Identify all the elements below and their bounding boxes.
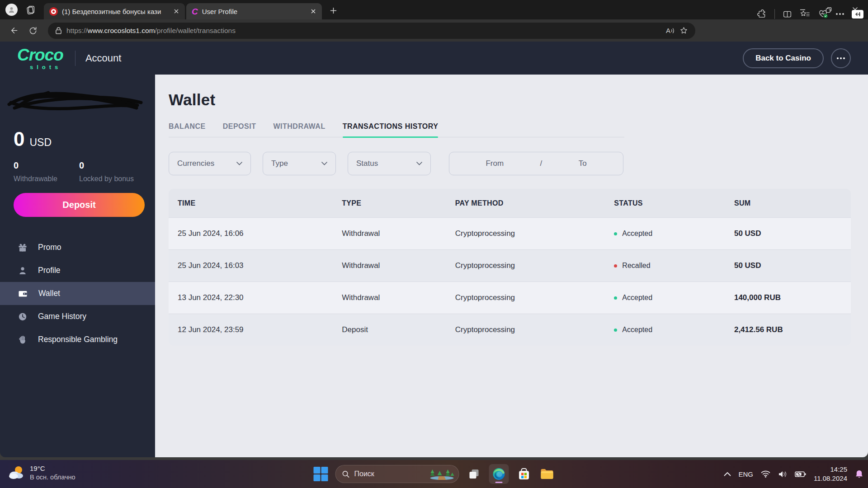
date-range-input[interactable]: From / To [449,152,623,175]
reload-button[interactable] [25,23,41,38]
hidden-icons-chevron[interactable] [724,472,731,476]
balance-amount: 0 [14,128,24,150]
tab-balance[interactable]: BALANCE [169,122,206,137]
edge-browser-button[interactable] [489,464,509,484]
chevron-down-icon [236,162,242,165]
browser-tab-strip: (1) Бездепозитные бонусы кази C User Pro… [0,0,868,19]
more-options-button[interactable] [831,48,851,68]
date-from-placeholder: From [486,159,504,168]
battery-charging-icon[interactable] [795,471,806,478]
wifi-icon[interactable] [761,470,770,478]
cell-pay-method: Cryptoprocessing [455,261,614,270]
type-label: Type [271,159,288,168]
site-header: Croco slots Account Back to Casino [0,42,868,75]
page: 0 USD 0 Withdrawable 0 Locked by bonus D… [0,75,868,460]
tab-close-icon[interactable] [172,7,180,15]
crocoslots-favicon: C [192,7,198,16]
cell-pay-method: Cryptoprocessing [455,293,614,302]
tab-transactions-history[interactable]: TRANSACTIONS HISTORY [343,122,439,137]
table-row[interactable]: 25 Jun 2024, 16:06 Withdrawal Cryptoproc… [169,217,851,249]
language-indicator[interactable]: ENG [739,470,754,478]
cell-status: Accepted [622,326,652,334]
type-select[interactable]: Type [263,152,336,175]
cell-pay-method: Cryptoprocessing [455,229,614,238]
tab-close-icon[interactable] [309,7,317,15]
weather-temp: 19°C [30,465,75,472]
clock-time: 14:25 [814,465,847,474]
table-row[interactable]: 13 Jun 2024, 22:30 Withdrawal Cryptoproc… [169,282,851,314]
url-text: https://www.crocoslots1.com/profile/wall… [66,27,236,35]
cell-pay-method: Cryptoprocessing [455,325,614,334]
notification-bell-icon[interactable] [855,469,863,479]
currencies-select[interactable]: Currencies [169,152,251,175]
user-icon [8,6,15,14]
back-button[interactable] [6,23,22,38]
sidebar-item-game-history[interactable]: Game History [0,305,155,328]
status-dot [614,328,617,332]
status-select[interactable]: Status [348,152,431,175]
casino-favicon [49,7,58,16]
withdrawable-stat: 0 Withdrawable [14,160,79,183]
browser-profile-avatar[interactable] [5,4,18,16]
search-label: Поиск [354,470,425,478]
read-aloud-icon[interactable]: A [666,27,675,34]
edge-icon [492,467,506,481]
browser-tab-active[interactable]: C User Profile [186,3,322,19]
date-to-placeholder: To [579,159,587,168]
user-icon [18,266,27,275]
windows-taskbar: 19°C В осн. облачно Поиск [0,460,868,488]
chevron-down-icon [321,162,327,165]
gift-icon [18,243,27,252]
browser-tab-inactive[interactable]: (1) Бездепозитные бонусы кази [44,3,185,19]
wallet-icon [18,289,28,298]
address-bar[interactable]: https://www.crocoslots1.com/profile/wall… [48,23,695,39]
lock-icon [55,27,62,34]
browser-essentials-icon[interactable] [818,9,828,19]
cell-time: 13 Jun 2024, 22:30 [169,293,342,302]
volume-icon[interactable] [778,470,787,478]
table-row[interactable]: 25 Jun 2024, 16:03 Withdrawal Cryptoproc… [169,249,851,282]
start-button[interactable] [313,466,329,482]
tab-withdrawal[interactable]: WITHDRAWAL [273,122,325,137]
transactions-table: TIME TYPE PAY METHOD STATUS SUM 25 Jun 2… [169,189,851,346]
browser-toolbar: https://www.crocoslots1.com/profile/wall… [0,19,868,42]
microsoft-store-button[interactable] [516,466,532,482]
split-screen-icon[interactable] [783,9,792,19]
cell-type: Withdrawal [342,261,455,270]
brand-sub: slots [30,64,63,70]
col-time: TIME [169,199,342,207]
section-title: Account [85,52,122,64]
settings-menu-icon[interactable] [836,13,844,15]
favorites-bar-icon[interactable] [800,9,810,19]
sidebar-item-promo[interactable]: Promo [0,236,155,259]
sidebar-item-profile[interactable]: Profile [0,259,155,282]
withdrawable-label: Withdrawable [14,175,79,183]
search-icon [342,470,350,478]
col-pay-method: PAY METHOD [455,199,614,207]
taskbar-search[interactable]: Поиск [335,465,459,483]
wallet-content: Wallet BALANCE DEPOSIT WITHDRAWAL TRANSA… [155,75,868,457]
taskbar-clock[interactable]: 14:25 11.08.2024 [814,465,847,483]
table-row[interactable]: 12 Jun 2024, 23:59 Deposit Cryptoprocess… [169,314,851,346]
croco-slots-logo[interactable]: Croco slots [17,47,63,70]
workspaces-icon[interactable] [26,5,36,15]
deposit-button[interactable]: Deposit [14,193,145,217]
task-view-button[interactable] [466,466,482,482]
cell-sum: 2,412.56 RUB [734,325,851,334]
tab-deposit[interactable]: DEPOSIT [223,122,256,137]
locked-stat: 0 Locked by bonus [79,160,145,183]
taskbar-weather-widget[interactable]: 19°C В осн. облачно [6,464,75,482]
extensions-icon[interactable] [757,9,767,19]
new-tab-button[interactable] [326,4,340,17]
favorite-star-icon[interactable] [679,26,688,35]
hand-icon [18,335,27,344]
screen: (1) Бездепозитные бонусы кази C User Pro… [0,0,868,488]
weather-icon [6,464,25,482]
withdrawable-value: 0 [14,160,79,171]
sidebar-toggle-icon[interactable] [852,10,863,19]
table-header-row: TIME TYPE PAY METHOD STATUS SUM [169,189,851,217]
sidebar-item-wallet[interactable]: Wallet [0,282,155,305]
file-explorer-button[interactable] [539,466,555,482]
sidebar-item-responsible-gambling[interactable]: Responsible Gambling [0,328,155,351]
back-to-casino-button[interactable]: Back to Casino [743,48,824,68]
